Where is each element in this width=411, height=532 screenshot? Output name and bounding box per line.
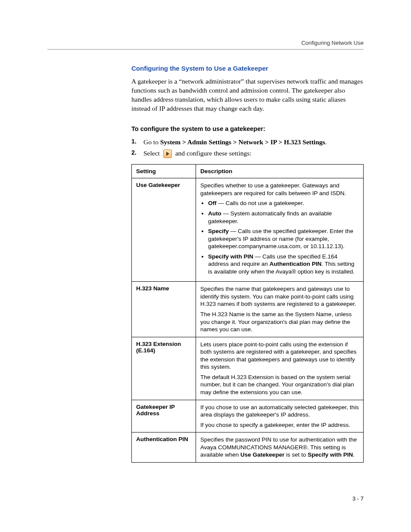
- option-text: — Calls use the specified gatekeeper. En…: [208, 228, 353, 249]
- desc-text: Lets users place point-to-point calls us…: [200, 341, 359, 371]
- page: Configuring Network Use Configuring the …: [0, 0, 411, 532]
- next-arrow-icon: [163, 149, 172, 158]
- procedure-heading: To configure the system to use a gatekee…: [131, 125, 364, 132]
- setting-name: Use Gatekeeper: [132, 178, 196, 282]
- setting-name: Gatekeeper IP Address: [132, 400, 196, 432]
- setting-description: Lets users place point-to-point calls us…: [196, 337, 364, 400]
- option-text: — Calls do not use a gatekeeper.: [217, 200, 304, 206]
- col-header-description: Description: [196, 165, 364, 178]
- section-title: Configuring the System to Use a Gatekeep…: [131, 65, 364, 72]
- setting-name: H.323 Extension (E.164): [132, 337, 196, 400]
- desc-text: The H.323 Name is the same as the System…: [200, 311, 359, 333]
- page-number: 3 - 7: [352, 495, 364, 502]
- list-item: Auto — System automatically finds an ava…: [208, 210, 359, 225]
- setting-description: Specifies whether to use a gatekeeper. G…: [196, 178, 364, 282]
- desc-text: Specifies whether to use a gatekeeper. G…: [200, 182, 359, 197]
- desc-text: Specifies the password PIN to use for au…: [200, 436, 359, 459]
- option-label: Specify: [208, 228, 229, 234]
- setting-name: H.323 Name: [132, 282, 196, 337]
- step-suffix: .: [325, 138, 327, 146]
- desc-bold: Specify with PIN: [308, 451, 353, 458]
- table-row: Use Gatekeeper Specifies whether to use …: [132, 178, 364, 282]
- setting-description: Specifies the password PIN to use for au…: [196, 432, 364, 463]
- desc-text: If you chose to specify a gatekeeper, en…: [200, 421, 359, 429]
- step-number: 2.: [131, 148, 137, 158]
- desc-text: The default H.323 Extension is based on …: [200, 373, 359, 396]
- option-text: — System automatically finds an availabl…: [208, 210, 332, 224]
- step-text: Go to: [143, 138, 160, 146]
- step-suffix: and configure these settings:: [175, 149, 252, 157]
- table-row: H.323 Extension (E.164) Lets users place…: [132, 337, 364, 400]
- desc-text: If you chose to use an automatically sel…: [200, 404, 359, 419]
- setting-name: Authentication PIN: [132, 432, 196, 463]
- list-item: Off — Calls do not use a gatekeeper.: [208, 199, 359, 207]
- content-area: Configuring the System to Use a Gatekeep…: [131, 65, 364, 463]
- table-row: H.323 Name Specifies the name that gatek…: [132, 282, 364, 337]
- table-row: Authentication PIN Specifies the passwor…: [132, 432, 364, 463]
- desc-span: is set to: [284, 451, 308, 458]
- step-1: 1. Go to System > Admin Settings > Netwo…: [131, 137, 364, 148]
- desc-text: Specifies the name that gatekeepers and …: [200, 285, 359, 308]
- steps-list: 1. Go to System > Admin Settings > Netwo…: [131, 137, 364, 159]
- setting-description: Specifies the name that gatekeepers and …: [196, 282, 364, 337]
- table-header-row: Setting Description: [132, 165, 364, 178]
- step-2: 2. Select and configure these settings:: [131, 148, 364, 159]
- running-header: Configuring Network Use: [301, 40, 364, 46]
- table-row: Gatekeeper IP Address If you chose to us…: [132, 400, 364, 432]
- list-item: Specify — Calls use the specified gateke…: [208, 227, 359, 250]
- header-rule: [47, 49, 364, 50]
- desc-span: .: [353, 451, 355, 458]
- list-item: Specify with PIN — Calls use the specifi…: [208, 253, 359, 276]
- option-label: Off: [208, 200, 217, 206]
- option-bold: Authentication PIN: [270, 261, 322, 267]
- desc-bold: Use Gatekeeper: [240, 451, 284, 458]
- settings-table: Setting Description Use Gatekeeper Speci…: [131, 164, 364, 462]
- step-text: Select: [143, 149, 162, 157]
- option-label: Specify with PIN: [208, 253, 253, 260]
- col-header-setting: Setting: [132, 165, 196, 178]
- nav-path: System > Admin Settings > Network > IP >…: [160, 138, 325, 146]
- option-label: Auto: [208, 210, 221, 217]
- intro-paragraph: A gatekeeper is a “network administrator…: [131, 77, 364, 113]
- step-number: 1.: [131, 137, 137, 147]
- setting-description: If you chose to use an automatically sel…: [196, 400, 364, 432]
- options-list: Off — Calls do not use a gatekeeper. Aut…: [200, 199, 359, 275]
